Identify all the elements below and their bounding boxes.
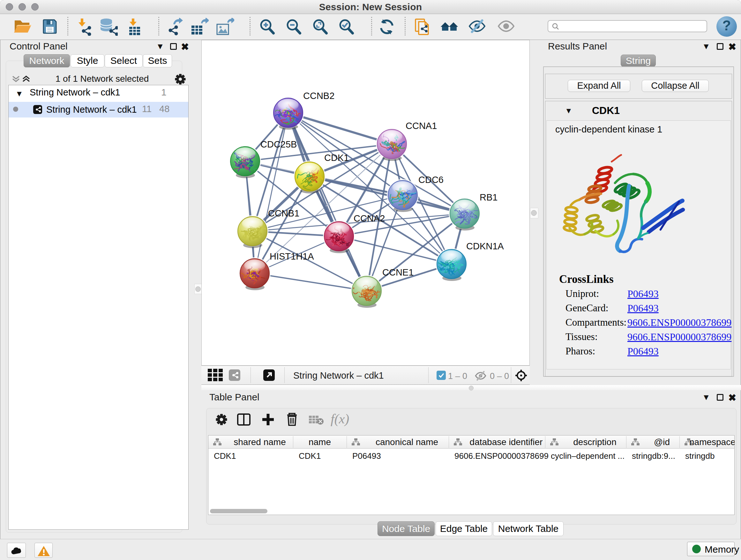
svg-text:CDK1: CDK1 — [324, 152, 349, 163]
svg-text:CCNB2: CCNB2 — [303, 91, 334, 101]
svg-text:CCNE1: CCNE1 — [382, 267, 414, 277]
svg-text:HIST1H1A: HIST1H1A — [270, 251, 314, 261]
svg-text:CCNA2: CCNA2 — [354, 213, 385, 224]
svg-text:CCNA1: CCNA1 — [406, 121, 437, 131]
svg-text:CDC6: CDC6 — [418, 175, 444, 185]
svg-text:CDKN1A: CDKN1A — [466, 241, 504, 251]
svg-text:RB1: RB1 — [480, 192, 497, 202]
svg-text:CDC25B: CDC25B — [260, 139, 297, 149]
svg-text:CCNB1: CCNB1 — [268, 208, 299, 219]
